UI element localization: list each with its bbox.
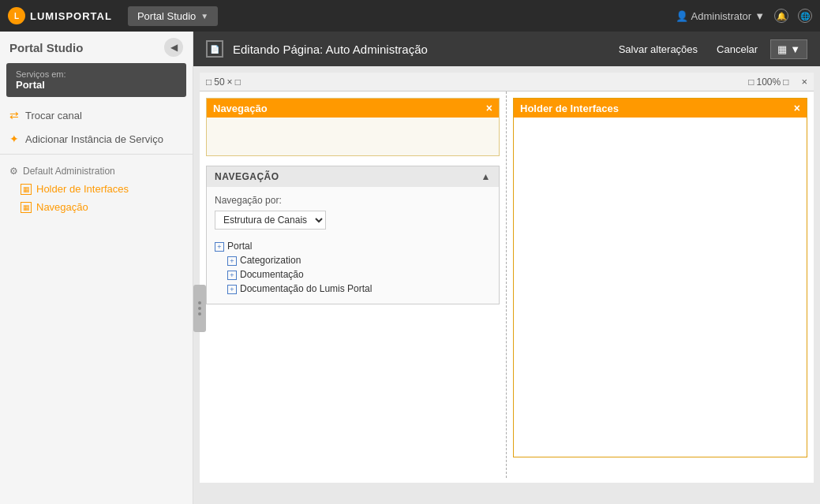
tree-label: Documentação [240, 269, 304, 280]
save-button[interactable]: Salvar alterações [612, 40, 704, 58]
nav-panel-title: NAVEGAÇÃO [215, 171, 279, 182]
nav-panel-header: NAVEGAÇÃO ▲ [207, 166, 499, 187]
canvas-body: Navegação × NAVEGAÇÃO ▲ [200, 91, 814, 478]
sidebar: Portal Studio ◀ Serviços em: Portal ⇄ Tr… [0, 32, 193, 504]
content-area: 📄 Editando Página: Auto Administração Sa… [193, 32, 820, 504]
tree-expand-icon-1[interactable]: + [227, 271, 237, 280]
nav-select[interactable]: Estrutura de Canais [215, 211, 326, 230]
sidebar-item-navegacao[interactable]: ▦ Navegação [0, 198, 193, 216]
nav-panel: NAVEGAÇÃO ▲ Navegação por: Estrutura de … [206, 166, 500, 304]
tree-root-label: Portal [227, 241, 252, 252]
add-icon: ✦ [9, 133, 19, 145]
cancel-button[interactable]: Cancelar [710, 40, 764, 58]
logo-icon: L [8, 7, 25, 24]
holder-icon: ▦ [21, 184, 32, 195]
section-title: Default Administration [23, 166, 115, 177]
content-header: 📄 Editando Página: Auto Administração Sa… [193, 32, 820, 66]
nav-widget-close-button[interactable]: × [486, 102, 492, 114]
back-icon: ◀ [170, 42, 178, 53]
header-actions: Salvar alterações Cancelar ▦ ▼ [612, 39, 807, 59]
switch-icon: ⇄ [9, 109, 19, 121]
sidebar-section-default-admin: ⚙ Default Administration [0, 158, 193, 180]
gear-icon: ⚙ [9, 166, 18, 177]
top-bar: L LUMISPORTAL Portal Studio ▼ 👤 Administ… [0, 0, 820, 32]
tree-root: + Portal [215, 239, 491, 253]
tree-children: + Categorization + Documentação + [215, 253, 491, 296]
logo-text: LUMISPORTAL [30, 10, 112, 22]
sub-item-label: Navegação [36, 201, 88, 213]
canvas-container: □ 50 × □ □ 100% □ × [200, 73, 814, 483]
canvas-col-left: Navegação × NAVEGAÇÃO ▲ [200, 91, 507, 478]
sub-item-label: Holder de Interfaces [36, 183, 129, 195]
notifications-button[interactable]: 🔔 [774, 9, 788, 23]
nav-by-label: Navegação por: [215, 195, 491, 206]
layout-grid-icon: ▦ [777, 43, 787, 55]
holder-widget: Holder de Interfaces × [513, 98, 807, 457]
expand-btn-left[interactable]: □ [235, 77, 241, 88]
col-size-left: □ 50 × □ [206, 77, 241, 88]
sidebar-header: Portal Studio ◀ [0, 32, 193, 63]
layout-arrow-icon: ▼ [790, 43, 800, 55]
top-bar-right: 👤 Administrator ▼ 🔔 🌐 [676, 9, 812, 23]
col-size-right: □ 100% □ [748, 77, 788, 88]
language-button[interactable]: 🌐 [798, 9, 812, 23]
admin-button[interactable]: 👤 Administrator ▼ [676, 10, 765, 22]
nav-widget: Navegação × [206, 98, 500, 156]
holder-widget-close-button[interactable]: × [794, 102, 800, 114]
portal-studio-dropdown[interactable]: Portal Studio ▼ [128, 6, 218, 26]
canvas-wrapper: □ 50 × □ □ 100% □ × [193, 66, 820, 504]
sidebar-item-holder-interfaces[interactable]: ▦ Holder de Interfaces [0, 180, 193, 198]
service-name: Portal [16, 79, 177, 91]
tree-item-documentacao-lumis: + Documentação do Lumis Portal [227, 282, 491, 296]
sidebar-item-trocar-canal[interactable]: ⇄ Trocar canal [0, 103, 193, 127]
expand-icon-left: □ [206, 77, 212, 88]
service-label: Serviços em: [16, 69, 177, 79]
close-all-button[interactable]: × [801, 76, 807, 88]
holder-widget-title: Holder de Interfaces [520, 103, 619, 114]
tree-expand-icon-2[interactable]: + [227, 285, 237, 294]
bell-icon: 🔔 [777, 12, 786, 21]
tree-label: Documentação do Lumis Portal [240, 283, 372, 294]
nav-select-wrapper: Estrutura de Canais [215, 211, 491, 230]
nav-panel-body: Navegação por: Estrutura de Canais + Por… [207, 187, 499, 304]
main-layout: Portal Studio ◀ Serviços em: Portal ⇄ Tr… [0, 32, 820, 504]
sidebar-back-button[interactable]: ◀ [164, 38, 183, 57]
holder-widget-body [514, 118, 807, 457]
resize-handle[interactable] [193, 285, 206, 332]
expand-btn-right[interactable]: □ [783, 77, 788, 88]
page-title: Editando Página: Auto Administração [233, 43, 603, 56]
tree-item-documentacao: + Documentação [227, 267, 491, 282]
user-icon: 👤 [676, 10, 688, 22]
close-icon-left[interactable]: × [227, 77, 233, 88]
dropdown-arrow-icon: ▼ [200, 12, 208, 21]
sidebar-item-label: Adicionar Instância de Serviço [25, 133, 163, 145]
nav-panel-toggle-button[interactable]: ▲ [481, 171, 491, 182]
sidebar-item-label: Trocar canal [25, 110, 82, 121]
canvas-col-right: Holder de Interfaces × [507, 91, 814, 478]
nav-widget-title: Navegação [213, 103, 268, 114]
service-box: Serviços em: Portal [6, 63, 186, 97]
sidebar-item-adicionar-instancia[interactable]: ✦ Adicionar Instância de Serviço [0, 127, 193, 151]
page-icon: 📄 [206, 40, 223, 58]
sidebar-divider [0, 154, 193, 155]
layout-button[interactable]: ▦ ▼ [770, 39, 807, 59]
tree-expand-icon-0[interactable]: + [227, 256, 237, 266]
logo-area: L LUMISPORTAL [8, 7, 112, 24]
globe-icon: 🌐 [800, 12, 810, 21]
holder-widget-header: Holder de Interfaces × [514, 99, 807, 118]
tree-root-expand-icon[interactable]: + [215, 242, 224, 252]
nav-widget-header: Navegação × [207, 99, 499, 118]
nav-icon: ▦ [21, 202, 32, 213]
canvas-toolbar: □ 50 × □ □ 100% □ × [200, 73, 814, 91]
sidebar-title: Portal Studio [9, 41, 83, 54]
tree-item-categorization: + Categorization [227, 253, 491, 267]
expand-icon-right: □ [748, 77, 754, 88]
nav-widget-body [207, 118, 499, 155]
tree-label: Categorization [240, 255, 301, 266]
